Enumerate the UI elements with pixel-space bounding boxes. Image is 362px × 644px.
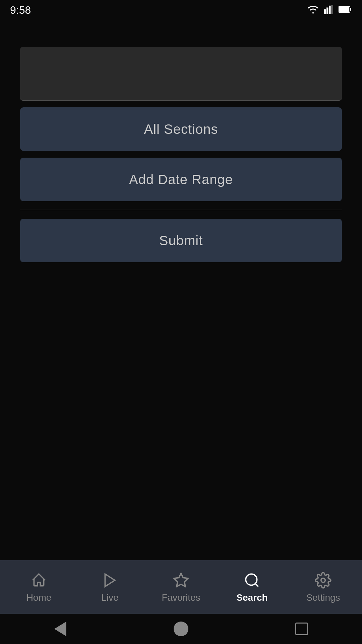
bottom-nav: Home Live Favorites Search bbox=[0, 560, 362, 614]
svg-point-11 bbox=[321, 578, 325, 583]
status-bar: 9:58 bbox=[0, 0, 362, 20]
search-label: Search bbox=[236, 592, 267, 603]
signal-icon bbox=[324, 5, 334, 15]
live-icon bbox=[101, 571, 119, 590]
nav-item-favorites[interactable]: Favorites bbox=[145, 568, 217, 606]
search-nav-icon bbox=[243, 571, 261, 590]
svg-rect-3 bbox=[331, 5, 333, 14]
add-date-range-button[interactable]: Add Date Range bbox=[20, 158, 342, 201]
svg-rect-5 bbox=[339, 7, 349, 12]
android-recents-icon bbox=[295, 623, 308, 635]
nav-item-home[interactable]: Home bbox=[3, 568, 74, 606]
status-time: 9:58 bbox=[10, 4, 31, 16]
android-home-icon bbox=[174, 622, 188, 636]
divider bbox=[20, 210, 342, 210]
svg-rect-2 bbox=[329, 6, 331, 14]
search-input[interactable] bbox=[20, 47, 342, 101]
nav-item-settings[interactable]: Settings bbox=[288, 568, 359, 606]
favorites-icon bbox=[172, 571, 190, 590]
android-recents-button[interactable] bbox=[292, 619, 312, 639]
android-home-button[interactable] bbox=[171, 619, 191, 639]
submit-button[interactable]: Submit bbox=[20, 219, 342, 262]
live-label: Live bbox=[101, 592, 118, 603]
nav-item-search[interactable]: Search bbox=[217, 568, 288, 606]
battery-icon bbox=[339, 5, 352, 15]
android-back-button[interactable] bbox=[50, 619, 70, 639]
nav-item-live[interactable]: Live bbox=[74, 568, 145, 606]
svg-marker-8 bbox=[174, 573, 188, 587]
wifi-icon bbox=[307, 5, 319, 15]
settings-label: Settings bbox=[306, 592, 340, 603]
main-content: All Sections Add Date Range Submit bbox=[0, 20, 362, 560]
svg-line-10 bbox=[255, 584, 258, 587]
svg-marker-7 bbox=[105, 574, 115, 587]
home-icon bbox=[30, 571, 48, 590]
android-nav-bar bbox=[0, 614, 362, 644]
svg-rect-1 bbox=[326, 7, 328, 14]
back-icon bbox=[54, 622, 66, 636]
settings-icon bbox=[314, 571, 333, 590]
favorites-label: Favorites bbox=[162, 592, 200, 603]
svg-point-9 bbox=[246, 574, 257, 585]
home-label: Home bbox=[26, 592, 52, 603]
status-icons bbox=[307, 5, 352, 15]
svg-rect-6 bbox=[350, 8, 351, 11]
all-sections-button[interactable]: All Sections bbox=[20, 107, 342, 151]
svg-rect-0 bbox=[324, 9, 326, 14]
